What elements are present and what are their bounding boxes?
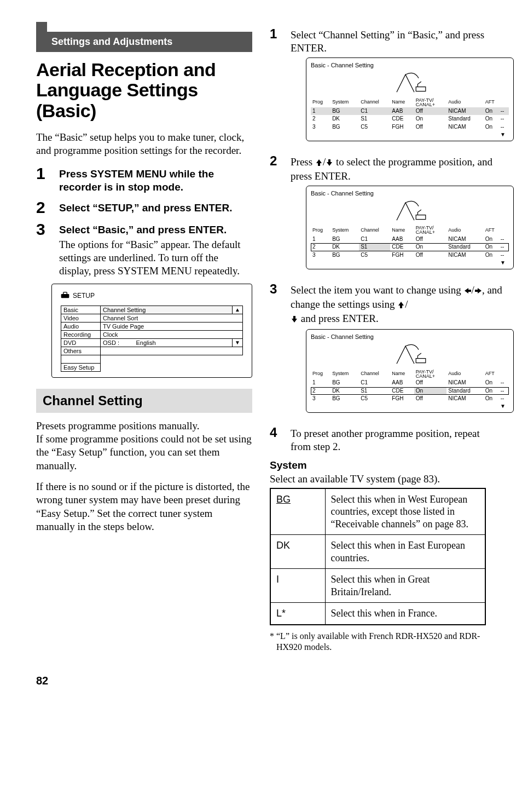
step-lead: Select “SETUP,” and press ENTER. [59, 201, 252, 215]
arrow-down-icon [291, 313, 298, 326]
setup-sub-item: Channel Setting [101, 306, 233, 314]
svg-rect-1 [63, 292, 67, 294]
setup-sub-item: Clock [101, 330, 243, 338]
table-row: 1BGC1 AABOffNICAM On-- [311, 107, 509, 116]
table-row: 3BGC5 FGHOffNICAM On-- [311, 251, 509, 260]
channel-setting-figure: Basic - Channel Setting ProgSystemChanne… [306, 57, 514, 141]
table-row: 3BGC5 FGHOffNICAM On-- [311, 123, 509, 131]
right-steps: 1 Select “Channel Setting” in “Basic,” a… [270, 27, 486, 454]
table-row: I Select this when in Great Britain/Irel… [270, 569, 485, 603]
step-number: 3 [36, 221, 50, 278]
step-text: Select “Channel Setting” in “Basic,” and… [291, 28, 514, 55]
setup-menu-item: Easy Setup [61, 363, 101, 371]
down-caret-icon: ▼ [311, 260, 509, 267]
step-text: To preset another programme position, re… [291, 427, 486, 454]
setup-menu-item: Others [61, 347, 101, 355]
arrow-down-icon [326, 157, 333, 170]
antenna-icon [311, 342, 509, 367]
table-row: 3BGC5 FGHOffNICAM On-- [311, 395, 509, 403]
figure-title: Basic - Channel Setting [311, 333, 509, 341]
figure-title: Basic - Channel Setting [311, 61, 509, 69]
channel-setting-figure: Basic - Channel Setting ProgSystemChanne… [306, 329, 514, 413]
step-number: 2 [36, 199, 50, 216]
step-number: 1 [270, 27, 282, 149]
chapter-label: Settings and Adjustments [47, 32, 252, 52]
setup-menu-item [61, 355, 101, 363]
setup-sub-item: TV Guide Page [101, 322, 243, 330]
up-caret-icon: ▲ [233, 306, 243, 314]
step-text: Press / to select the programme position… [291, 156, 514, 183]
system-table: BG Select this when in West European cou… [270, 488, 486, 625]
table-row: 1BGC1 AABOffNICAM On-- [311, 379, 509, 387]
arrow-right-icon [474, 285, 482, 298]
step-rest: The options for “Basic” appear. The defa… [59, 238, 252, 278]
down-caret-icon: ▼ [311, 403, 509, 410]
setup-sub-item: OSD : English [101, 338, 233, 347]
step-number: 2 [270, 154, 282, 277]
system-subheading: System [270, 459, 486, 471]
page-number: 82 [36, 675, 486, 687]
down-caret-icon: ▼ [311, 131, 509, 139]
setup-menu-item: DVD [61, 338, 101, 347]
footnote: * “L” is only available with French RDR-… [270, 631, 486, 653]
table-row: 2DKS1 CDEOnStandard On-- [311, 243, 509, 251]
down-caret-icon: ▼ [233, 338, 243, 347]
figure-title: Basic - Channel Setting [311, 189, 509, 197]
table-row: BG Select this when in West European cou… [270, 488, 485, 535]
left-steps: 1 Press SYSTEM MENU while the recorder i… [36, 165, 252, 278]
table-row: DK Select this when in East European cou… [270, 535, 485, 569]
setup-menu-item: Audio [61, 322, 101, 330]
setup-title: SETUP [73, 292, 95, 300]
table-row: 2DKS1 CDEOnStandard On-- [311, 115, 509, 123]
setup-menu-item: Basic [61, 306, 101, 314]
setup-sub-item [101, 347, 243, 355]
system-intro: Select an available TV system (page 83). [270, 473, 486, 486]
antenna-icon [311, 198, 509, 223]
step-number: 3 [270, 283, 282, 421]
arrow-up-icon [315, 157, 323, 170]
arrow-left-icon [464, 285, 472, 298]
step-number: 1 [36, 165, 50, 194]
step-lead: Select “Basic,” and press ENTER. [59, 223, 252, 237]
section-heading: Channel Setting [36, 389, 252, 413]
arrow-up-icon [397, 299, 405, 312]
setup-menu-item: Recording [61, 330, 101, 338]
section-para: Presets programme positions manually. If… [36, 419, 252, 473]
main-heading: Aerial Reception and Language Settings (… [36, 60, 252, 121]
toolbox-icon [61, 292, 69, 300]
setup-sub-item: Channel Sort [101, 314, 243, 322]
intro-paragraph: The “Basic” setup helps you to make tune… [36, 131, 252, 158]
table-row: 1BGC1 AABOffNICAM On-- [311, 235, 509, 244]
step-text: Select the item you want to change using… [291, 284, 514, 327]
step-number: 4 [270, 426, 282, 454]
table-row: L* Select this when in France. [270, 603, 485, 625]
table-row: 2DKS1 CDEOnStandard On-- [311, 387, 509, 395]
antenna-icon [311, 70, 509, 95]
section-para: If there is no sound or if the picture i… [36, 480, 252, 533]
channel-setting-figure: Basic - Channel Setting ProgSystemChanne… [306, 186, 514, 269]
chapter-tag: Settings and Adjustments [36, 22, 252, 52]
setup-menu-figure: SETUP Basic Channel Setting ▲ Video Chan… [51, 284, 252, 378]
setup-menu-item: Video [61, 314, 101, 322]
step-lead: Press SYSTEM MENU while the recorder is … [59, 168, 252, 194]
